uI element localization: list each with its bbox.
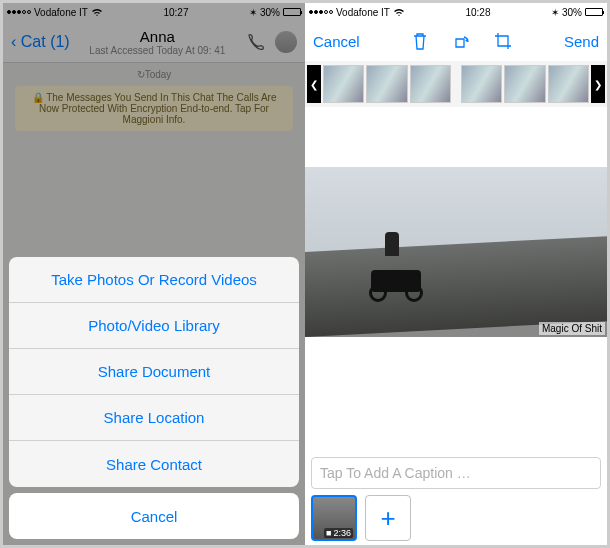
- cancel-button[interactable]: Cancel: [313, 33, 360, 50]
- watermark-text: Magic Of Shit: [539, 322, 605, 335]
- signal-dots-icon: [309, 10, 333, 14]
- wifi-icon: [393, 8, 405, 17]
- video-frame: [366, 65, 407, 103]
- video-frame: [504, 65, 545, 103]
- sheet-share-location[interactable]: Share Location: [9, 395, 299, 441]
- action-sheet: Take Photos Or Record Videos Photo/Video…: [3, 251, 305, 545]
- sheet-cancel-button[interactable]: Cancel: [9, 493, 299, 539]
- video-frame: [461, 65, 502, 103]
- trim-filmstrip[interactable]: ❮ ❯: [305, 61, 607, 107]
- caption-placeholder: Tap To Add A Caption …: [320, 465, 471, 481]
- carrier-label: Vodafone IT: [336, 7, 390, 18]
- video-camera-icon: ■: [326, 528, 331, 538]
- bluetooth-icon: ✶: [551, 7, 559, 18]
- battery-icon: [585, 8, 603, 16]
- caption-input[interactable]: Tap To Add A Caption …: [311, 457, 601, 489]
- plus-icon: +: [380, 503, 395, 534]
- sheet-share-document[interactable]: Share Document: [9, 349, 299, 395]
- trim-handle-right[interactable]: ❯: [591, 65, 605, 103]
- add-media-button[interactable]: +: [365, 495, 411, 541]
- video-frame: [548, 65, 589, 103]
- battery-percent: 30%: [562, 7, 582, 18]
- video-editor-screen: Vodafone IT 10:28 ✶ 30% Cancel Send: [305, 3, 607, 545]
- trim-handle-left[interactable]: ❮: [307, 65, 321, 103]
- sheet-take-photo[interactable]: Take Photos Or Record Videos: [9, 257, 299, 303]
- motorcycle-rider-graphic: [371, 232, 421, 302]
- frames-group-1[interactable]: [323, 65, 451, 103]
- video-preview[interactable]: Magic Of Shit: [305, 167, 607, 337]
- whatsapp-chat-screen: Vodafone IT 10:27 ✶ 30% ‹ Cat (1) Anna L…: [3, 3, 305, 545]
- frames-group-2[interactable]: [461, 65, 589, 103]
- trash-icon[interactable]: [411, 31, 429, 51]
- send-button[interactable]: Send: [564, 33, 599, 50]
- video-thumbnail-selected[interactable]: ■ 2:36: [311, 495, 357, 541]
- video-duration-badge: ■ 2:36: [324, 528, 353, 538]
- video-frame: [323, 65, 364, 103]
- sheet-photo-library[interactable]: Photo/Video Library: [9, 303, 299, 349]
- clock: 10:28: [465, 7, 490, 18]
- status-bar: Vodafone IT 10:28 ✶ 30%: [305, 3, 607, 21]
- rotate-icon[interactable]: [451, 31, 471, 51]
- sheet-share-contact[interactable]: Share Contact: [9, 441, 299, 487]
- attachment-thumbnails: ■ 2:36 +: [311, 495, 411, 541]
- video-frame: [410, 65, 451, 103]
- editor-toolbar: Cancel Send: [305, 21, 607, 61]
- crop-icon[interactable]: [493, 31, 513, 51]
